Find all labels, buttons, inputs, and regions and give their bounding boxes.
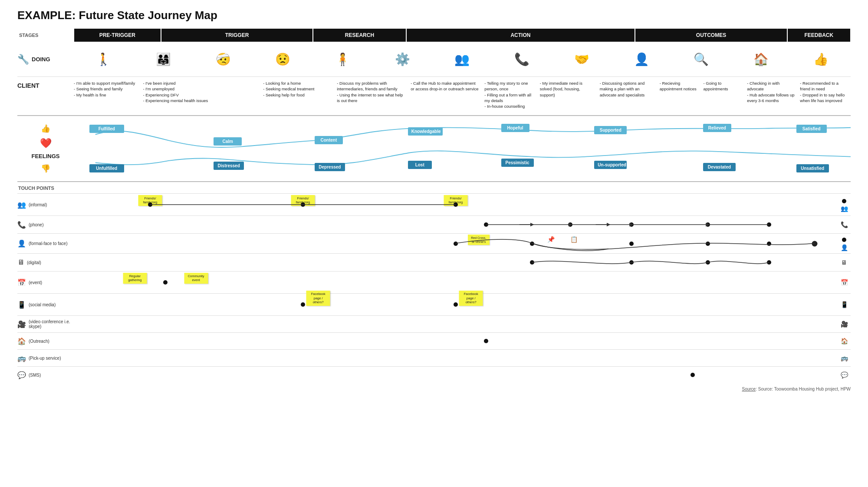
phone-call-icon: 📞 <box>514 52 529 66</box>
feelings-label-col: 👍 ❤️ FEELINGS 👎 <box>17 120 74 177</box>
client-col-outcomes3: - Checking in with advocate- Hub advocat… <box>747 80 800 103</box>
informal-icon: 👥 <box>17 201 26 209</box>
sticky-redcross: Red Cross,St Vinnie's <box>468 235 490 245</box>
sticky-facebook2: Facebookpage /others? <box>459 291 483 306</box>
outreach-right-icon: 🏠 <box>841 338 848 345</box>
tp-content-pickup <box>74 350 838 366</box>
doing-row: 🔧 DOING 🚶 👨‍👩‍👧 🤕 😟 🧍 ⚙️ 👥 📞 🤝 👤 <box>17 42 851 77</box>
feeling-fulfilled: Fulfilled <box>89 125 124 133</box>
informal-label: (informal) <box>29 202 47 207</box>
formal-icon: 👤 <box>17 239 26 248</box>
digital-icon: 🖥 <box>17 258 24 266</box>
sticky-community: Communityevent <box>184 273 208 284</box>
informal-right-icon: 👥 <box>841 205 848 212</box>
stage-action: ACTION <box>406 28 635 42</box>
dot-digital-3 <box>706 260 710 265</box>
phone-icon: 📞 <box>17 221 26 229</box>
client-col-outcomes1: - Recieving appointment notices <box>660 80 704 92</box>
digital-svg <box>74 254 838 271</box>
feeling-calm: Calm <box>214 137 242 146</box>
tp-right-informal: 👥 <box>838 197 851 212</box>
family-icon: 👨‍👩‍👧 <box>156 52 171 66</box>
phone-svg <box>74 216 838 233</box>
stage-outcomes: OUTCOMES <box>635 28 787 42</box>
feeling-hopeful: Hopeful <box>501 124 529 132</box>
dot-phone-5 <box>767 222 771 227</box>
phone-label: (phone) <box>29 222 43 227</box>
tp-content-social: Facebookpage /others? Facebookpage /othe… <box>74 294 838 315</box>
dot-digital-2 <box>629 260 634 265</box>
touchpoints-header: TOUCH POINTS <box>17 186 851 191</box>
client-col-action1: - Call the Hub to make appointment or ac… <box>411 80 484 92</box>
thumbs-down-icon: 👎 <box>41 164 50 173</box>
tp-row-digital: 🖥 (digital) 🖥 <box>17 253 851 271</box>
dot-right-formal <box>842 238 846 242</box>
wrench-icon: 🔧 <box>17 54 29 65</box>
digital-label: (digital) <box>27 260 41 265</box>
feeling-distressed: Distressed <box>214 162 244 170</box>
dot-digital-1 <box>530 260 534 265</box>
client-col-action4: - Discussing options and making a plan w… <box>600 80 660 98</box>
pickup-label: (Pick-up service) <box>29 356 61 361</box>
tp-label-pickup: 🚌 (Pick-up service) <box>17 354 74 362</box>
feeling-pessimistic: Pessimistic <box>501 159 534 167</box>
tp-row-formal: 👤 (formal-face to face) Red Cross,St Vin… <box>17 233 851 253</box>
video-icon: 🎥 <box>17 320 26 328</box>
dot-social-2 <box>454 302 458 307</box>
source-line: Source: Source: Toowoomba Housing Hub pr… <box>17 383 851 391</box>
dot-formal-3 <box>629 242 634 246</box>
tp-row-event: 📅 (event) Regulargathering Communityeven… <box>17 271 851 293</box>
client-col-action3: - My immediate need is solved (food, hou… <box>540 80 600 98</box>
tp-label-social: 📱 (social media) <box>17 301 74 309</box>
tp-right-pickup: 🚌 <box>838 354 851 362</box>
dot-formal-2 <box>530 242 534 246</box>
sms-right-icon: 💬 <box>841 371 848 378</box>
stage-research: RESEARCH <box>313 28 406 42</box>
walking-icon: 🚶 <box>96 52 111 66</box>
dot-sms-1 <box>690 373 695 377</box>
research-icon: ⚙️ <box>395 52 410 66</box>
client-content: - I'm able to support myself/family- See… <box>74 80 851 109</box>
feelings-label: FEELINGS <box>31 153 59 159</box>
sms-icon: 💬 <box>17 371 26 379</box>
formal-right-icon: 👤 <box>841 244 848 251</box>
touchpoints-section: TOUCH POINTS 👥 (informal) Friends/family… <box>17 182 851 383</box>
feeling-depressed: Depressed <box>315 163 345 171</box>
page-title: EXAMPLE: Future State Journey Map <box>17 9 851 22</box>
sticky-gathering: Regulargathering <box>123 273 147 284</box>
dot-phone-1 <box>484 222 488 227</box>
social-icon: 📱 <box>17 301 26 309</box>
tp-label-digital: 🖥 (digital) <box>17 258 74 266</box>
house-icon: 🏠 <box>753 52 769 66</box>
outreach-label: (Outreach) <box>29 339 49 344</box>
tp-row-phone: 📞 (phone) <box>17 215 851 233</box>
tp-right-outreach: 🏠 <box>838 337 851 345</box>
dot-phone-3 <box>629 222 634 227</box>
tp-right-formal: 👤 <box>838 236 851 252</box>
stages-label: STAGES <box>17 28 74 42</box>
tp-row-social: 📱 (social media) Facebookpage /others? F… <box>17 293 851 315</box>
tp-right-sms: 💬 <box>838 371 851 379</box>
client-col-feedback: - Recommended to a friend in need- Dropp… <box>800 80 851 103</box>
tp-right-event: 📅 <box>838 278 851 286</box>
dot-formal-5 <box>767 242 771 246</box>
tp-content-event: Regulargathering Communityevent <box>74 272 838 293</box>
page-container: EXAMPLE: Future State Journey Map STAGES… <box>9 0 859 396</box>
tp-right-digital: 🖥 <box>838 258 851 266</box>
tp-row-informal: 👥 (informal) Friends/family/org Friends/… <box>17 193 851 215</box>
feelings-section: 👍 ❤️ FEELINGS 👎 Fulfilled Calm Content K… <box>17 116 851 182</box>
outreach-icon: 🏠 <box>17 337 26 345</box>
feelings-chart: Fulfilled Calm Content Knowledgable Hope… <box>74 120 851 177</box>
dot-phone-4 <box>706 222 710 227</box>
tp-content-outreach <box>74 333 838 349</box>
dot-informal-1 <box>148 202 152 207</box>
doing-icons-row: 🚶 👨‍👩‍👧 🤕 😟 🧍 ⚙️ 👥 📞 🤝 👤 🔍 🏠 👍 <box>74 52 851 66</box>
dot-digital-4 <box>767 260 771 265</box>
dot-informal-2 <box>301 202 305 207</box>
dot-formal-1 <box>454 242 458 246</box>
tp-content-video <box>74 316 838 332</box>
thumbs-up-icon: 👍 <box>41 124 50 133</box>
heart-icon: ❤️ <box>40 138 52 149</box>
social-right-icon: 📱 <box>841 301 848 308</box>
tp-content-sms <box>74 367 838 383</box>
